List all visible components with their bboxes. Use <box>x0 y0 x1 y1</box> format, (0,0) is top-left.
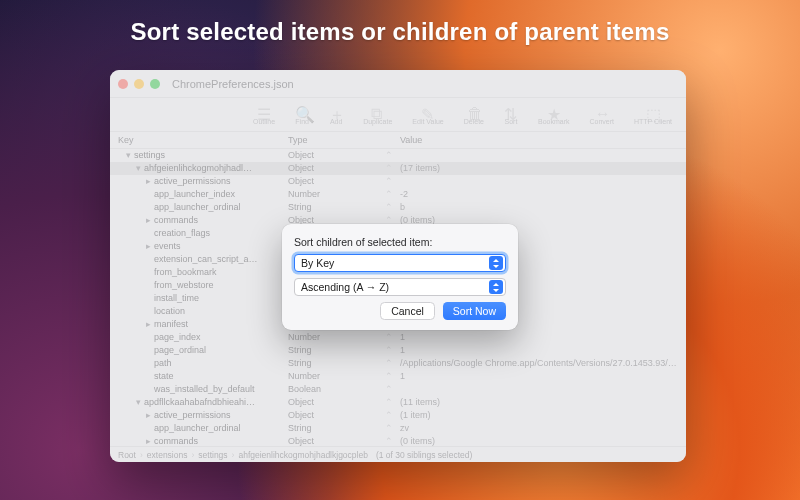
sort-dialog-title: Sort children of selected item: <box>294 236 506 248</box>
stepper-arrows-icon[interactable] <box>489 256 503 270</box>
promo-headline: Sort selected items or children of paren… <box>0 18 800 46</box>
wallpaper: Sort selected items or children of paren… <box>0 0 800 500</box>
cancel-button[interactable]: Cancel <box>380 302 435 320</box>
sort-dialog: Sort children of selected item: By Key A… <box>282 224 518 330</box>
sort-order-value: Ascending (A → Z) <box>301 281 389 293</box>
stepper-arrows-icon[interactable] <box>489 280 503 294</box>
sort-by-picker[interactable]: By Key <box>294 254 506 272</box>
sort-now-button[interactable]: Sort Now <box>443 302 506 320</box>
sort-by-value: By Key <box>301 257 334 269</box>
sort-order-picker[interactable]: Ascending (A → Z) <box>294 278 506 296</box>
